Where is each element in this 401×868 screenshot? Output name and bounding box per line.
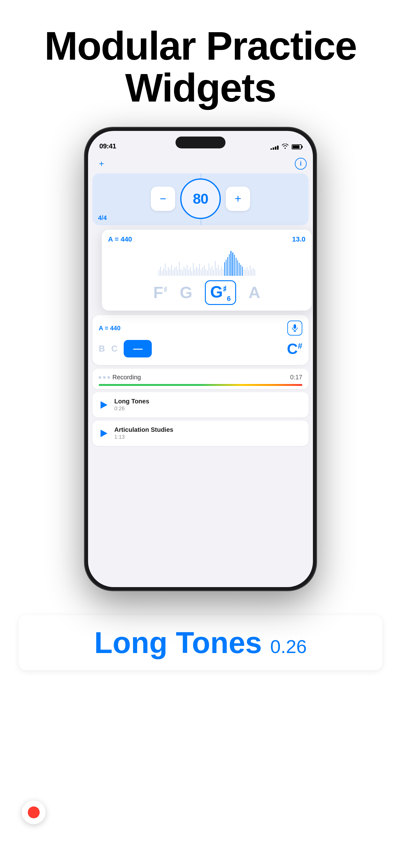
play-triangle-icon-0	[101, 401, 107, 409]
phone-screen: 09:41	[88, 131, 313, 587]
tick	[253, 268, 254, 276]
play-triangle-icon-1	[101, 430, 107, 437]
tick	[180, 269, 181, 276]
tick	[205, 269, 206, 276]
tick-active	[231, 251, 231, 276]
tick-active	[232, 252, 233, 276]
signal-bars-icon	[270, 144, 278, 150]
bpm-decrement-button[interactable]: −	[151, 187, 175, 211]
tick	[199, 264, 200, 276]
tick	[221, 267, 222, 276]
tick-active	[227, 257, 228, 276]
long-tones-section: Long Tones 0.26	[19, 615, 382, 670]
tick	[223, 269, 223, 276]
tick	[245, 270, 246, 276]
bpm-dial[interactable]: 80	[180, 178, 221, 219]
note-a[interactable]: A	[248, 283, 261, 302]
tuner-header: A = 440 13.0	[108, 235, 305, 243]
svg-rect-0	[294, 324, 296, 329]
recording-progress-bar	[99, 384, 302, 386]
tick	[220, 270, 220, 276]
tick	[198, 268, 198, 276]
play-button-0[interactable]	[99, 400, 109, 410]
tick	[210, 269, 211, 276]
battery-fill	[293, 145, 300, 148]
tick	[162, 271, 162, 276]
tuner2-header: A = 440	[99, 320, 302, 336]
tick	[160, 267, 161, 276]
tuner-card: A = 440 13.0	[102, 230, 312, 311]
signal-bar-3	[275, 147, 276, 150]
note-g-sharp-active[interactable]: G♯6	[205, 280, 236, 305]
tick	[182, 270, 183, 276]
info-button[interactable]: i	[295, 158, 307, 170]
record-fab-button[interactable]	[22, 801, 45, 824]
note-row: F♯ G G♯6 A	[108, 280, 305, 305]
track-item-1[interactable]: Articulation Studies 1:13	[93, 421, 308, 446]
note-c-dim: C	[111, 344, 118, 354]
note-c-sharp-box: —	[124, 340, 152, 358]
tuner2-reference: A = 440	[99, 324, 121, 332]
rec-label-group: Recording	[99, 374, 141, 381]
dynamic-island	[175, 136, 226, 148]
track-name-0: Long Tones	[114, 398, 302, 405]
recording-dots-icon	[99, 376, 110, 379]
tick	[192, 271, 192, 276]
tick-active	[239, 263, 239, 276]
recording-time: 0:17	[290, 374, 302, 381]
track-item-0[interactable]: Long Tones 0:26	[93, 392, 308, 417]
long-tones-title: Long Tones 0.26	[34, 628, 367, 658]
rec-header: Recording 0:17	[99, 374, 302, 381]
signal-bar-1	[270, 148, 272, 150]
page-header: Modular Practice Widgets	[0, 0, 401, 128]
tick	[201, 270, 201, 276]
recording-row: Recording 0:17	[93, 369, 308, 389]
tick	[171, 265, 172, 276]
top-toolbar: + i	[93, 155, 308, 174]
long-tones-version-text: 0.26	[270, 636, 307, 657]
tuner2-note-row: B C — C#	[99, 340, 302, 358]
tick	[218, 265, 219, 276]
tick	[163, 269, 164, 276]
note-g[interactable]: G	[180, 283, 192, 302]
tick	[185, 269, 186, 276]
metronome-row: − 80 +	[97, 178, 304, 219]
mic-button[interactable]	[287, 320, 302, 336]
tick	[247, 267, 247, 276]
page-title: Modular Practice Widgets	[19, 25, 382, 109]
track-info-0: Long Tones 0:26	[114, 398, 302, 412]
screen-content: + i − 80 + 4/4	[88, 153, 313, 587]
bpm-value: 80	[193, 190, 208, 207]
tick-active	[242, 267, 243, 276]
tick	[213, 270, 214, 276]
tick	[250, 265, 250, 276]
tick	[248, 270, 249, 276]
time-signature[interactable]: 4/4	[98, 214, 107, 221]
tick	[212, 266, 212, 276]
signal-bar-2	[273, 148, 274, 150]
tick-active	[229, 254, 230, 276]
status-right	[270, 144, 302, 150]
tick	[195, 269, 195, 276]
play-button-1[interactable]	[99, 428, 109, 439]
tick	[188, 270, 189, 276]
tick	[252, 269, 252, 276]
bpm-increment-button[interactable]: +	[226, 187, 250, 211]
add-button[interactable]: +	[94, 157, 109, 171]
rec-dot-1	[99, 376, 101, 379]
tick	[255, 270, 255, 276]
phone-wrapper: 09:41	[0, 128, 401, 609]
tick-active	[240, 265, 241, 276]
tick-active	[236, 258, 236, 276]
tuner-needle-area	[108, 248, 305, 276]
tuner-ticks	[108, 248, 305, 276]
phone-shell: 09:41	[85, 128, 316, 590]
tick	[244, 269, 244, 276]
note-f-sharp[interactable]: F♯	[153, 283, 167, 302]
tick	[193, 263, 194, 276]
tick	[215, 261, 215, 276]
tick	[174, 268, 175, 276]
track-info-1: Articulation Studies 1:13	[114, 426, 302, 440]
tick	[170, 269, 170, 276]
tick	[177, 270, 178, 276]
